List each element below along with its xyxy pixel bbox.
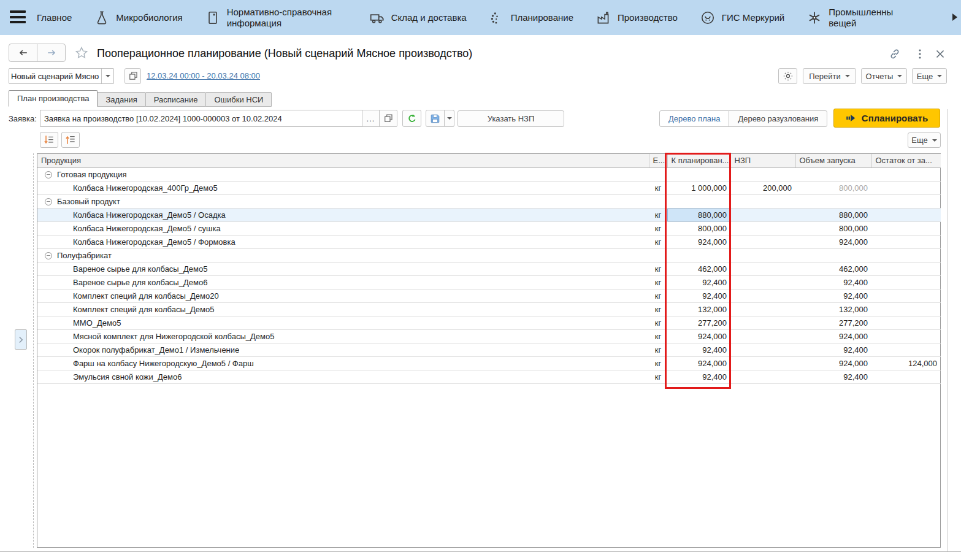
wip-cell[interactable] xyxy=(730,275,795,289)
product-cell[interactable]: Колбаса Нижегородская_Демо5 / Формовка xyxy=(37,235,649,248)
rest-cell[interactable] xyxy=(871,167,941,181)
unit-cell[interactable]: кг xyxy=(649,262,667,275)
to-plan-cell[interactable]: 462,000 xyxy=(667,262,730,275)
launch-cell[interactable]: 800,000 xyxy=(795,181,871,194)
request-open-icon[interactable] xyxy=(379,110,397,127)
product-cell[interactable]: Комплект специй для колбасы_Демо20 xyxy=(37,289,649,302)
save-icon[interactable] xyxy=(426,110,445,127)
period-link[interactable]: 12.03.24 00:00 - 20.03.24 08:00 xyxy=(147,71,260,80)
unit-cell[interactable]: кг xyxy=(649,208,667,221)
rest-cell[interactable] xyxy=(871,208,941,221)
wip-cell[interactable] xyxy=(730,262,795,275)
wip-cell[interactable]: 200,000 xyxy=(730,181,795,194)
plan-button[interactable]: Спланировать xyxy=(833,109,940,128)
rest-cell[interactable] xyxy=(871,262,941,275)
unit-cell[interactable] xyxy=(649,167,667,181)
to-plan-cell[interactable]: 924,000 xyxy=(667,235,730,248)
collapse-rows-icon[interactable] xyxy=(61,132,80,148)
wip-cell[interactable] xyxy=(730,248,795,262)
nav-item[interactable]: Нормативно-справочная информация xyxy=(205,7,347,29)
tab[interactable]: Задания xyxy=(97,92,145,107)
unit-cell[interactable]: кг xyxy=(649,329,667,343)
product-cell[interactable]: Колбаса Нижегородская_Демо5 / Осадка xyxy=(37,208,649,221)
column-header[interactable]: Е... xyxy=(649,154,667,167)
refresh-icon[interactable] xyxy=(402,110,421,127)
table-row[interactable]: Колбаса Нижегородская_Демо5 / Осадкакг88… xyxy=(37,208,941,221)
rest-cell[interactable] xyxy=(871,316,941,329)
nav-item[interactable]: Склад и доставка xyxy=(369,10,467,26)
to-plan-cell[interactable]: 92,400 xyxy=(667,370,730,383)
wip-cell[interactable] xyxy=(730,167,795,181)
get-link-icon[interactable] xyxy=(888,47,902,61)
unit-cell[interactable]: кг xyxy=(649,316,667,329)
product-cell[interactable]: Полуфабрикат xyxy=(37,248,649,262)
product-cell[interactable]: Готовая продукция xyxy=(37,167,649,181)
to-plan-cell[interactable] xyxy=(667,167,730,181)
product-cell[interactable]: Мясной комплект для Нижегородской колбас… xyxy=(37,329,649,343)
goto-button[interactable]: Перейти xyxy=(803,68,856,84)
tab[interactable]: Расписание xyxy=(145,92,207,107)
launch-cell[interactable]: 462,000 xyxy=(795,262,871,275)
rest-cell[interactable] xyxy=(871,289,941,302)
to-plan-cell[interactable]: 92,400 xyxy=(667,275,730,289)
rest-cell[interactable] xyxy=(871,370,941,383)
nav-item[interactable]: Микробиология xyxy=(94,10,182,26)
close-icon[interactable] xyxy=(933,47,947,61)
launch-cell[interactable] xyxy=(795,167,871,181)
scenario-combobox[interactable]: Новый сценарий Мясно xyxy=(9,68,114,84)
rest-cell[interactable] xyxy=(871,329,941,343)
launch-cell[interactable]: 92,400 xyxy=(795,289,871,302)
product-cell[interactable]: Вареное сырье для колбасы_Демо5 xyxy=(37,262,649,275)
wip-cell[interactable] xyxy=(730,316,795,329)
unit-cell[interactable]: кг xyxy=(649,235,667,248)
launch-cell[interactable]: 924,000 xyxy=(795,356,871,370)
table-row[interactable]: ММО_Демо5кг277,200277,200 xyxy=(37,316,941,329)
column-header[interactable]: Продукция xyxy=(37,154,649,167)
unit-cell[interactable]: кг xyxy=(649,302,667,316)
table-row[interactable]: Комплект специй для колбасы_Демо20кг92,4… xyxy=(37,289,941,302)
collapse-icon[interactable] xyxy=(45,198,52,205)
product-cell[interactable]: Комплект специй для колбасы_Демо5 xyxy=(37,302,649,316)
product-cell[interactable]: Фарш на колбасу Нижегородскую_Демо5 / Фа… xyxy=(37,356,649,370)
table-row[interactable]: Комплект специй для колбасы_Демо5кг132,0… xyxy=(37,302,941,316)
table-row[interactable]: Колбаса Нижегородская_400Гр_Демо5кг1 000… xyxy=(37,181,941,194)
nav-item[interactable]: Главное xyxy=(37,12,72,23)
table-row[interactable]: Вареное сырье для колбасы_Демо6кг92,4009… xyxy=(37,275,941,289)
to-plan-cell[interactable]: 277,200 xyxy=(667,316,730,329)
unit-cell[interactable]: кг xyxy=(649,289,667,302)
product-cell[interactable]: Эмульсия свной кожи_Демо6 xyxy=(37,370,649,383)
nav-item[interactable]: ГИС Меркурий xyxy=(700,10,784,26)
open-scenario-button[interactable] xyxy=(124,68,141,84)
nav-item[interactable]: Производство xyxy=(595,10,678,26)
tree-plan-button[interactable]: Дерево плана xyxy=(659,110,729,127)
wip-cell[interactable] xyxy=(730,235,795,248)
forward-button[interactable] xyxy=(37,44,66,62)
to-plan-cell[interactable]: 92,400 xyxy=(667,343,730,356)
wip-cell[interactable] xyxy=(730,343,795,356)
group-row[interactable]: Готовая продукция xyxy=(37,167,941,181)
reports-button[interactable]: Отчеты xyxy=(861,68,907,84)
specify-wip-button[interactable]: Указать НЗП xyxy=(458,110,564,127)
unit-cell[interactable]: кг xyxy=(649,356,667,370)
table-row[interactable]: Мясной комплект для Нижегородской колбас… xyxy=(37,329,941,343)
unit-cell[interactable] xyxy=(649,248,667,262)
product-cell[interactable]: Вареное сырье для колбасы_Демо6 xyxy=(37,275,649,289)
column-header[interactable]: К планирован... xyxy=(667,154,730,167)
wip-cell[interactable] xyxy=(730,221,795,235)
favorite-star-icon[interactable] xyxy=(74,45,89,60)
launch-cell[interactable] xyxy=(795,248,871,262)
group-row[interactable]: Полуфабрикат xyxy=(37,248,941,262)
rest-cell[interactable]: 124,000 xyxy=(871,356,941,370)
wip-cell[interactable] xyxy=(730,208,795,221)
nav-overflow-arrow-icon[interactable] xyxy=(951,12,959,22)
column-header[interactable]: Остаток от за... xyxy=(871,154,941,167)
launch-cell[interactable]: 277,200 xyxy=(795,316,871,329)
product-cell[interactable]: Колбаса Нижегородская_Демо5 / сушка xyxy=(37,221,649,235)
to-plan-cell[interactable] xyxy=(667,248,730,262)
wip-cell[interactable] xyxy=(730,194,795,208)
rest-cell[interactable] xyxy=(871,343,941,356)
launch-cell[interactable]: 924,000 xyxy=(795,329,871,343)
wip-cell[interactable] xyxy=(730,329,795,343)
launch-cell[interactable] xyxy=(795,194,871,208)
table-row[interactable]: Колбаса Нижегородская_Демо5 / сушкакг800… xyxy=(37,221,941,235)
